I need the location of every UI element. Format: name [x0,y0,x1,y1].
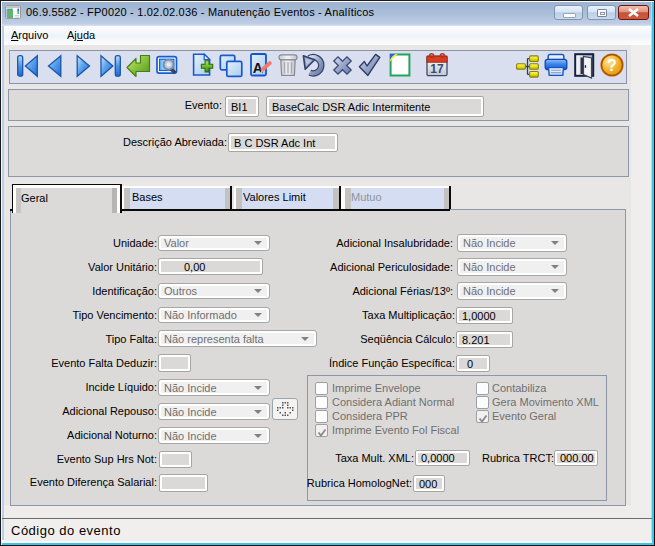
svg-text:?: ? [607,57,617,74]
svg-text:17: 17 [430,62,444,76]
